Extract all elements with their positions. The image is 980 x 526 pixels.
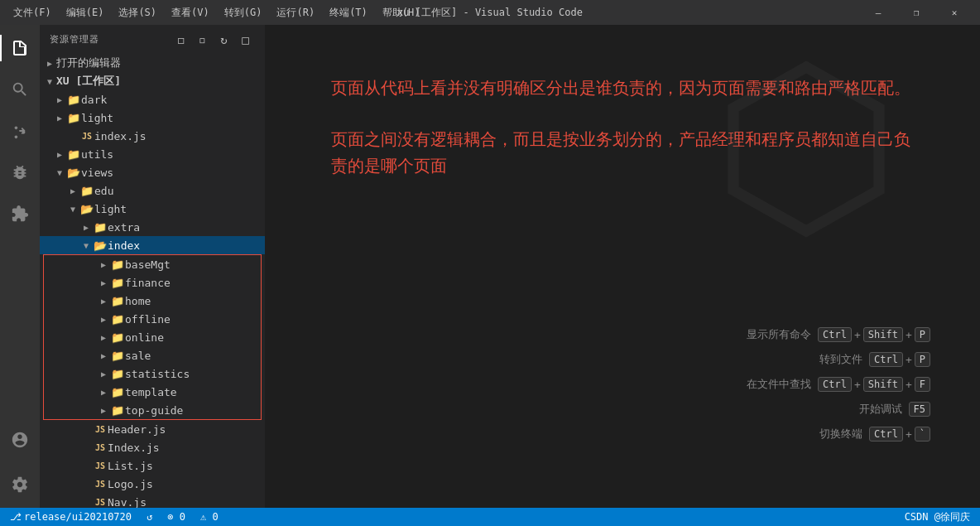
- arrow-icon: ▼: [43, 77, 56, 86]
- menu-select[interactable]: 选择(S): [112, 4, 163, 22]
- tree-item-indexjs2[interactable]: ▶ JS Index.js: [40, 438, 265, 456]
- activity-debug[interactable]: [0, 152, 40, 192]
- tree-item-indexjs-root[interactable]: ▶ JS index.js: [40, 127, 265, 145]
- key: Ctrl: [818, 327, 852, 342]
- menu-goto[interactable]: 转到(G): [218, 4, 269, 22]
- tree-item-views[interactable]: ▼ 📂 views: [40, 163, 265, 181]
- key: Ctrl: [869, 427, 903, 442]
- item-label: Index.js: [108, 442, 265, 454]
- plus: +: [906, 354, 912, 366]
- activity-account[interactable]: [0, 420, 40, 460]
- activity-extensions[interactable]: [0, 194, 40, 234]
- folder-icon: 📁: [110, 350, 125, 362]
- statusbar-errors[interactable]: ⊗ 0: [164, 511, 189, 523]
- tree-item-dark[interactable]: ▶ 📁 dark: [40, 90, 265, 109]
- arrow-icon: ▶: [97, 369, 110, 379]
- plus: +: [906, 379, 912, 391]
- item-label: extra: [108, 221, 265, 234]
- item-label: views: [81, 166, 265, 179]
- tree-item-online[interactable]: ▶ 📁 online: [44, 328, 261, 346]
- new-folder-icon[interactable]: ◽: [194, 31, 212, 49]
- minimize-button[interactable]: —: [859, 0, 897, 25]
- item-label: dark: [81, 94, 265, 106]
- shortcut-keys: F5: [909, 402, 930, 417]
- section-open-editors[interactable]: ▶ 打开的编辑器: [40, 54, 265, 72]
- hex-watermark: [715, 58, 897, 243]
- shortcut-label: 切换终端: [796, 427, 862, 442]
- key: P: [915, 327, 930, 342]
- menu-file[interactable]: 文件(F): [7, 4, 58, 22]
- close-button[interactable]: ✕: [935, 0, 973, 25]
- sidebar: 资源管理器 ◻ ◽ ↻ □ ▶ 打开的编辑器 ▼ XU [工作区] ▶ �: [40, 25, 265, 508]
- warnings-label: ⚠ 0: [200, 511, 219, 523]
- tree-item-sale-index[interactable]: ▶ 📁 sale: [44, 346, 261, 364]
- sidebar-actions: ◻ ◽ ↻ □: [172, 31, 255, 49]
- tree-item-navjs[interactable]: ▶ JS Nav.js: [40, 493, 265, 508]
- svg-marker-0: [733, 67, 879, 231]
- menu-run[interactable]: 运行(R): [270, 4, 321, 22]
- tree-item-utils[interactable]: ▶ 📁 utils: [40, 145, 265, 163]
- file-tree: ▶ 打开的编辑器 ▼ XU [工作区] ▶ 📁 dark ▶ 📁 light: [40, 54, 265, 508]
- tree-item-headerjs[interactable]: ▶ JS Header.js: [40, 420, 265, 438]
- js-icon: JS: [79, 132, 94, 141]
- tree-item-light2[interactable]: ▼ 📂 light: [40, 200, 265, 218]
- folder-icon: 📁: [110, 386, 125, 398]
- item-label: template: [125, 386, 261, 398]
- js-icon: JS: [93, 425, 108, 434]
- tree-item-edu[interactable]: ▶ 📁 edu: [40, 181, 265, 200]
- open-editors-label: 打开的编辑器: [56, 55, 265, 70]
- arrow-icon: ▶: [97, 351, 110, 360]
- key: F: [915, 377, 930, 392]
- tree-item-home[interactable]: ▶ 📁 home: [44, 292, 261, 310]
- menu-edit[interactable]: 编辑(E): [60, 4, 111, 22]
- new-file-icon[interactable]: ◻: [172, 31, 190, 49]
- tree-item-logojs[interactable]: ▶ JS Logo.js: [40, 475, 265, 493]
- shortcut-label: 转到文件: [796, 352, 862, 367]
- collapse-icon[interactable]: □: [237, 31, 255, 49]
- activity-search[interactable]: [0, 70, 40, 109]
- titlebar-menu: 文件(F) 编辑(E) 选择(S) 查看(V) 转到(G) 运行(R) 终端(T…: [7, 4, 427, 22]
- statusbar-left: ⎇ release/ui20210720 ↺ ⊗ 0 ⚠ 0: [7, 511, 222, 523]
- statusbar: ⎇ release/ui20210720 ↺ ⊗ 0 ⚠ 0 CSDN @徐同庆: [0, 508, 980, 526]
- statusbar-warnings[interactable]: ⚠ 0: [197, 511, 222, 523]
- section-workspace[interactable]: ▼ XU [工作区]: [40, 72, 265, 90]
- activity-source-control[interactable]: [0, 111, 40, 151]
- arrow-icon: ▶: [97, 406, 110, 415]
- key: P: [915, 352, 930, 367]
- js-icon: JS: [93, 443, 108, 452]
- folder-icon: 📂: [93, 239, 108, 252]
- statusbar-branch[interactable]: ⎇ release/ui20210720: [7, 511, 135, 523]
- tree-item-offline[interactable]: ▶ 📁 offline: [44, 310, 261, 328]
- tree-item-listjs[interactable]: ▶ JS List.js: [40, 456, 265, 475]
- titlebar-title: xu [工作区] - Visual Studio Code: [397, 6, 583, 20]
- menu-terminal[interactable]: 终端(T): [323, 4, 374, 22]
- sync-icon: ↺: [147, 511, 152, 523]
- tree-item-extra[interactable]: ▶ 📁 extra: [40, 218, 265, 236]
- tree-item-finance[interactable]: ▶ 📁 finance: [44, 273, 261, 292]
- tree-item-statistics[interactable]: ▶ 📁 statistics: [44, 364, 261, 383]
- titlebar-controls: — ❐ ✕: [859, 0, 973, 25]
- activity-settings[interactable]: [0, 465, 40, 504]
- workspace-label: XU [工作区]: [56, 74, 265, 89]
- maximize-button[interactable]: ❐: [897, 0, 935, 25]
- statusbar-sync[interactable]: ↺: [143, 511, 156, 523]
- menu-view[interactable]: 查看(V): [165, 4, 216, 22]
- tree-item-index[interactable]: ▼ 📂 index: [40, 236, 265, 254]
- folder-icon: 📁: [79, 185, 94, 197]
- editor-area: 页面从代码上看并没有明确区分出是谁负责的，因为页面需要和路由严格匹配。 页面之间…: [265, 25, 980, 508]
- folder-icon: 📁: [110, 313, 125, 326]
- item-label: edu: [94, 185, 265, 197]
- statusbar-right: CSDN @徐同庆: [901, 510, 973, 524]
- main-area: 资源管理器 ◻ ◽ ↻ □ ▶ 打开的编辑器 ▼ XU [工作区] ▶ �: [0, 25, 980, 508]
- item-label: online: [125, 331, 261, 344]
- shortcut-keys: Ctrl + `: [869, 427, 930, 442]
- refresh-icon[interactable]: ↻: [215, 31, 233, 49]
- folder-icon: 📁: [110, 258, 125, 271]
- tree-item-template[interactable]: ▶ 📁 template: [44, 383, 261, 401]
- tree-item-light1[interactable]: ▶ 📁 light: [40, 109, 265, 127]
- arrow-icon: ▼: [79, 241, 93, 250]
- item-label: offline: [125, 313, 261, 326]
- activity-explorer[interactable]: [0, 28, 40, 68]
- tree-item-baseMgt[interactable]: ▶ 📁 baseMgt: [44, 255, 261, 273]
- tree-item-top-guide[interactable]: ▶ 📁 top-guide: [44, 401, 261, 419]
